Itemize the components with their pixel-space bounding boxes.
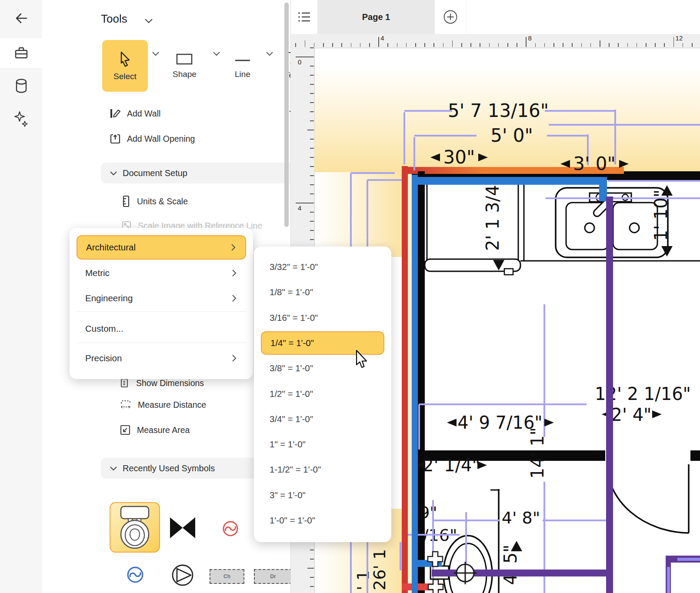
ruler-tick [553, 43, 554, 47]
menu-divider [77, 311, 246, 312]
ruler-tick [310, 75, 314, 76]
back-button[interactable] [0, 4, 42, 32]
refrigerator[interactable] [427, 183, 518, 262]
ruler-tick [310, 175, 314, 176]
scale-option-5[interactable]: 1/2" = 1'-0" [261, 382, 384, 406]
chevron-right-icon [232, 269, 237, 277]
menu-item-custom-[interactable]: Custom... [77, 316, 246, 341]
leader-corner-h [677, 558, 700, 561]
symbol-chip-ch[interactable]: Ch [210, 569, 244, 584]
ruler-tick [310, 66, 314, 67]
horizontal-ruler[interactable]: 4812 [291, 34, 700, 48]
ruler-tick [470, 43, 471, 47]
rail-item-toolbox[interactable] [0, 38, 42, 68]
ruler-tick [310, 550, 314, 550]
scale-option-2[interactable]: 3/16" = 1'-0" [261, 306, 384, 330]
line-dropdown-icon[interactable] [266, 51, 273, 56]
rail-item-shapes[interactable] [0, 71, 42, 101]
ruler-tick [351, 43, 352, 47]
units-scale-label: Units & Scale [137, 197, 188, 207]
ruler-label: 4 [298, 204, 301, 212]
document-setup-label: Document Setup [123, 168, 187, 178]
ruler-tick [378, 37, 379, 47]
scale-option-9[interactable]: 3" = 1'-0" [261, 483, 384, 507]
ruler-tick [310, 577, 314, 578]
plus-circle-icon [443, 10, 458, 24]
document-setup-header[interactable]: Document Setup [101, 163, 312, 183]
shape-dropdown-icon[interactable] [213, 51, 220, 56]
ruler-tick [310, 239, 314, 240]
chevron-right-icon [231, 243, 236, 251]
scale-option-8[interactable]: 1-1/2" = 1'-0" [261, 458, 384, 481]
svg-text:2' 1 3/4": 2' 1 3/4" [483, 177, 503, 251]
menu-item-metric[interactable]: Metric [77, 261, 246, 285]
pipe-red-vertical[interactable] [402, 166, 408, 593]
ruler-tick [310, 148, 314, 149]
add-wall-icon [110, 108, 121, 119]
scale-option-1[interactable]: 1/8" = 1'-0" [261, 280, 384, 304]
select-dropdown-icon[interactable] [152, 51, 160, 56]
symbol-valve[interactable] [169, 516, 196, 539]
ruler-tick [443, 43, 444, 47]
add-wall-opening-icon [110, 133, 121, 144]
ruler-tick [310, 139, 314, 140]
ruler-tick [581, 43, 582, 47]
pipe-blue-vertical[interactable] [412, 175, 418, 593]
tools-chevron-icon[interactable] [144, 18, 153, 23]
units-scale-icon [121, 195, 131, 207]
wall-stub-right[interactable] [690, 450, 700, 461]
cursor-icon [118, 51, 133, 67]
ruler-tick [461, 43, 462, 47]
tab-page-1[interactable]: Page 1 [317, 0, 435, 34]
ruler-tick [310, 120, 314, 121]
ruler-tick [310, 586, 314, 587]
ruler-tick [307, 568, 314, 569]
add-wall-row[interactable]: Add Wall [110, 104, 310, 123]
pump-red-icon [222, 520, 239, 537]
add-wall-opening-row[interactable]: Add Wall Opening [110, 130, 310, 148]
pipe-blue-horizontal[interactable] [412, 177, 607, 185]
wall-left[interactable] [418, 171, 425, 593]
menu-item-precision[interactable]: Precision [77, 346, 246, 370]
symbol-toilet[interactable] [110, 502, 160, 553]
menu-item-engineering[interactable]: Engineering [77, 286, 246, 310]
symbol-pump-blue-2[interactable] [127, 566, 144, 583]
pipe-purple-vertical[interactable] [606, 197, 613, 593]
pipe-gap-glow [408, 172, 412, 593]
ruler-tick [673, 37, 674, 47]
ruler-tick [310, 221, 314, 222]
symbol-pump-triangle[interactable] [171, 563, 194, 587]
add-wall-opening-label: Add Wall Opening [127, 134, 195, 144]
page-list-button[interactable] [291, 0, 317, 34]
pump-blue-icon [127, 566, 144, 583]
ruler-tick [296, 57, 314, 57]
ruler-tick [572, 43, 573, 47]
units-scale-row[interactable]: Units & Scale [121, 192, 308, 210]
leader-corner-v [667, 567, 670, 593]
symbol-chip-dr[interactable]: Dr [254, 569, 292, 584]
add-page-button[interactable] [435, 0, 467, 34]
select-tool-button[interactable]: Select [102, 40, 148, 92]
ruler-tick [310, 157, 314, 158]
ruler-tick [310, 47, 314, 48]
menu-item-architectural[interactable]: Architectural [77, 235, 246, 260]
symbol-pump-red[interactable] [222, 520, 239, 537]
left-rail [0, 0, 43, 593]
ruler-tick [563, 43, 563, 47]
scale-option-6[interactable]: 3/4" = 1'-0" [261, 407, 384, 431]
door-arc[interactable] [607, 463, 689, 533]
shape-tool-button[interactable]: Shape [173, 53, 197, 79]
scale-option-10[interactable]: 1'-0" = 1'-0" [261, 509, 384, 532]
recently-used-chevron-icon [110, 466, 117, 471]
ruler-tick [310, 184, 314, 185]
ruler-tick [323, 43, 324, 47]
rail-item-ai[interactable] [0, 104, 42, 134]
ruler-tick [310, 193, 314, 194]
line-tool-button[interactable]: Line [233, 56, 252, 79]
scale-option-7[interactable]: 1" = 1'-0" [261, 433, 384, 456]
scale-option-0[interactable]: 3/32" = 1'-0" [261, 255, 384, 279]
svg-text:14' 1": 14' 1" [527, 427, 547, 479]
line-icon [233, 56, 252, 65]
select-label: Select [113, 72, 137, 81]
panel-scrollbar[interactable] [284, 3, 289, 227]
